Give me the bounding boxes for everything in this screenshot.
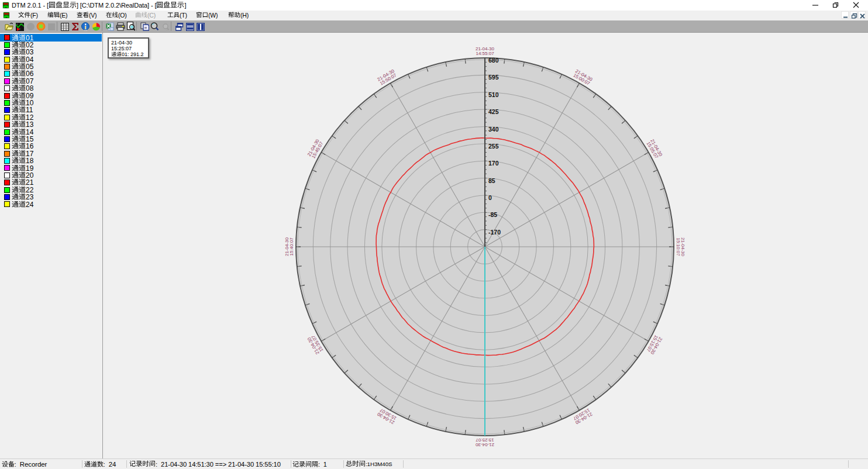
svg-text:680: 680 [488,57,499,64]
svg-text:14:55:07: 14:55:07 [476,51,494,56]
svg-text:15:10:07: 15:10:07 [676,237,681,256]
svg-text:170: 170 [488,160,499,167]
svg-text:-85: -85 [488,211,497,218]
svg-text:340: 340 [488,126,499,133]
svg-text:-170: -170 [488,229,501,236]
svg-text:15:25:07: 15:25:07 [476,437,494,443]
svg-text:0: 0 [488,194,492,201]
svg-text:85: 85 [488,177,495,184]
svg-text:595: 595 [488,74,499,81]
svg-text:255: 255 [488,143,499,150]
svg-text:15:40:07: 15:40:07 [289,237,294,256]
svg-text:425: 425 [488,108,499,115]
svg-text:510: 510 [488,91,499,98]
